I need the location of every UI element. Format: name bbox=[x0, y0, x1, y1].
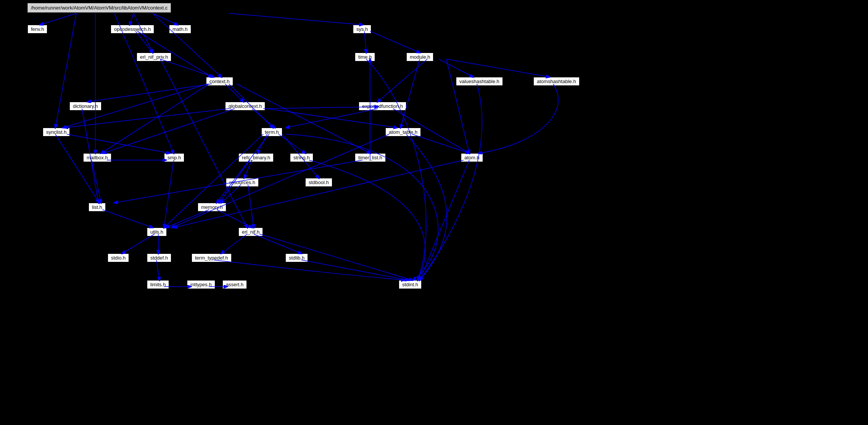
svg-line-56 bbox=[156, 260, 159, 280]
svg-line-11 bbox=[370, 31, 420, 53]
svg-line-7 bbox=[55, 13, 76, 128]
node-exportedfunction-h: exportedfunction.h bbox=[359, 102, 406, 111]
node-stddef-h: stddef.h bbox=[147, 253, 171, 262]
node-stdlib-h: stdlib.h bbox=[285, 253, 308, 262]
svg-line-10 bbox=[364, 31, 366, 53]
node-globalcontext-h: globalcontext.h bbox=[225, 102, 265, 111]
svg-line-36 bbox=[217, 134, 269, 203]
node-module-h: module.h bbox=[406, 53, 433, 61]
svg-line-1 bbox=[40, 13, 76, 25]
node-opcodesswitch-h: opcodesswitch.h bbox=[111, 25, 154, 34]
svg-line-39 bbox=[172, 134, 389, 228]
svg-line-27 bbox=[103, 109, 235, 153]
svg-line-34 bbox=[279, 134, 305, 153]
svg-line-19 bbox=[88, 84, 212, 102]
svg-line-65 bbox=[160, 59, 247, 228]
svg-line-17 bbox=[160, 59, 214, 77]
node-atom-h: atom.h bbox=[461, 153, 483, 162]
node-timer-list-h: timer_list.h bbox=[355, 153, 386, 162]
node-time-h: time.h bbox=[355, 53, 375, 61]
node-list-h: list.h bbox=[89, 203, 106, 212]
node-context-h: context.h bbox=[206, 77, 233, 86]
svg-line-51 bbox=[122, 234, 155, 253]
svg-line-54 bbox=[254, 234, 301, 253]
svg-line-25 bbox=[65, 109, 229, 128]
svg-line-23 bbox=[237, 84, 370, 153]
svg-line-6 bbox=[153, 13, 221, 77]
svg-line-14 bbox=[401, 59, 420, 128]
node-atomshashtable-h: atomshashtable.h bbox=[533, 77, 580, 86]
node-inttypes-h: inttypes.h bbox=[187, 280, 215, 289]
node-resources-h: resources.h bbox=[226, 178, 259, 187]
svg-line-61 bbox=[102, 210, 153, 228]
svg-line-40 bbox=[92, 160, 101, 203]
svg-line-9 bbox=[114, 13, 174, 153]
svg-line-38 bbox=[412, 134, 469, 153]
svg-line-48 bbox=[420, 160, 469, 280]
svg-line-2 bbox=[130, 13, 134, 25]
node-fenv-h: fenv.h bbox=[27, 25, 47, 34]
svg-line-63 bbox=[301, 260, 408, 280]
dependency-graph-edges bbox=[0, 0, 868, 425]
node-stdio-h: stdio.h bbox=[108, 253, 129, 262]
node-synclist-h: synclist.h bbox=[43, 128, 70, 136]
svg-line-32 bbox=[67, 134, 170, 153]
node-sys-h: sys.h bbox=[353, 25, 371, 34]
svg-line-4 bbox=[229, 13, 362, 25]
node-stdbool-h: stdbool.h bbox=[305, 178, 332, 187]
file-path-title: /home/runner/work/AtomVM/AtomVM/src/libA… bbox=[27, 3, 171, 13]
svg-line-43 bbox=[221, 184, 241, 203]
svg-line-12 bbox=[439, 59, 473, 77]
node-refc-binary-h: refc_binary.h bbox=[238, 153, 274, 162]
node-smp-h: smp.h bbox=[164, 153, 184, 162]
node-stdint-h: stdint.h bbox=[399, 280, 422, 289]
svg-line-49 bbox=[166, 210, 209, 228]
svg-line-31 bbox=[55, 134, 99, 203]
node-term-typedef-h: term_typedef.h bbox=[192, 253, 232, 262]
svg-line-55 bbox=[221, 234, 247, 253]
svg-line-44 bbox=[248, 184, 254, 228]
svg-line-62 bbox=[164, 160, 174, 228]
svg-line-13 bbox=[446, 59, 549, 77]
node-string-h: string.h bbox=[290, 153, 313, 162]
node-valueshashtable-h: valueshashtable.h bbox=[456, 77, 503, 86]
svg-line-15 bbox=[446, 59, 469, 153]
svg-line-50 bbox=[217, 210, 252, 228]
node-mailbox-h: mailbox.h bbox=[83, 153, 111, 162]
svg-line-33 bbox=[258, 134, 267, 153]
svg-line-16 bbox=[378, 59, 427, 102]
svg-line-59 bbox=[135, 31, 153, 53]
node-math-h: math.h bbox=[169, 25, 191, 34]
svg-line-21 bbox=[101, 84, 209, 153]
node-atom-table-h: atom_table.h bbox=[385, 128, 421, 136]
svg-line-53 bbox=[259, 234, 412, 280]
node-erl-nif-priv-h: erl_nif_priv.h bbox=[137, 53, 171, 61]
svg-line-30 bbox=[286, 109, 378, 128]
node-memory-h: memory.h bbox=[198, 203, 226, 212]
node-erl-nif-h: erl_nif.h bbox=[238, 228, 263, 236]
svg-line-3 bbox=[153, 13, 177, 25]
node-utils-h: utils.h bbox=[147, 228, 167, 236]
node-dictionary-h: dictionary.h bbox=[69, 102, 101, 111]
svg-line-41 bbox=[244, 160, 252, 178]
node-limits-h: limits.h bbox=[147, 280, 169, 289]
svg-line-24 bbox=[252, 109, 275, 128]
svg-line-18 bbox=[225, 84, 243, 102]
node-assert-h: assert.h bbox=[222, 280, 247, 289]
node-term-h: term.h bbox=[261, 128, 282, 136]
svg-line-26 bbox=[267, 109, 397, 128]
svg-line-47 bbox=[174, 160, 464, 228]
